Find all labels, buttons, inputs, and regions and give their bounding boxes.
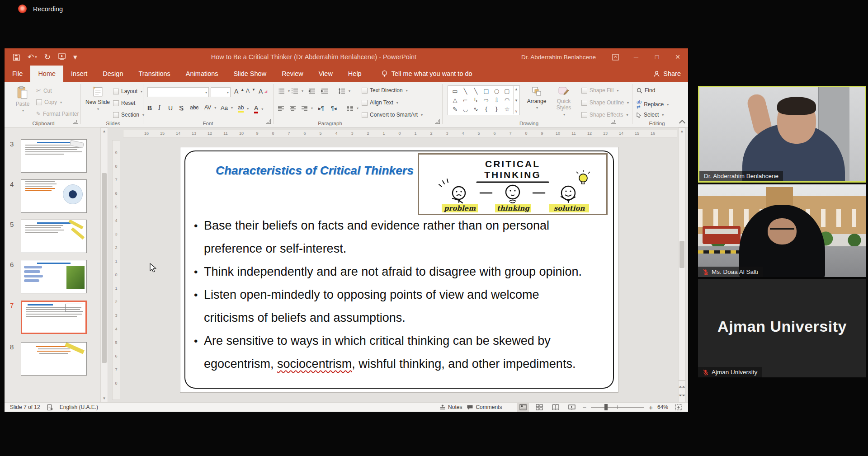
character-spacing-button[interactable]: AV▾ xyxy=(204,104,216,111)
tell-me-box[interactable]: Tell me what you want to do xyxy=(381,66,472,82)
shape-glyph-7[interactable]: ⌐ xyxy=(460,96,471,105)
slide-canvas[interactable]: Characteristics of Critical Thinkers CRI… xyxy=(180,147,618,392)
tab-design[interactable]: Design xyxy=(95,66,131,82)
numbering-button[interactable]: ▾ xyxy=(291,88,303,94)
slide-title[interactable]: Characteristics of Critical Thinkers xyxy=(216,164,414,178)
rtl-direction-button[interactable]: ¶◂ xyxy=(331,105,336,112)
shape-glyph-9[interactable]: ⇨ xyxy=(481,96,491,105)
paragraph-dialog-launcher[interactable] xyxy=(435,119,440,124)
normal-view-button[interactable] xyxy=(517,403,529,412)
slide-thumbnail-5[interactable]: 5 xyxy=(21,220,87,253)
minimize-button[interactable]: ─ xyxy=(626,48,646,66)
tab-transitions[interactable]: Transitions xyxy=(131,66,178,82)
zoom-out-button[interactable]: − xyxy=(582,404,586,411)
decrease-indent-button[interactable] xyxy=(308,88,316,94)
section-button[interactable]: Section▾ xyxy=(113,112,144,118)
shrink-font-button[interactable]: A▼ xyxy=(246,88,255,94)
shape-glyph-3[interactable]: □ xyxy=(481,87,491,96)
collapse-ribbon-icon[interactable] xyxy=(679,120,685,126)
font-size-combobox[interactable]: ▾ xyxy=(211,87,231,97)
undo-icon[interactable]: ↶▾ xyxy=(28,52,37,62)
select-button[interactable]: Select▾ xyxy=(637,112,664,118)
text-shadow-button[interactable]: S xyxy=(179,104,183,112)
text-direction-button[interactable]: Text Direction▾ xyxy=(362,87,408,94)
align-right-button[interactable]: ▾ xyxy=(301,105,313,111)
align-center-button[interactable] xyxy=(289,105,296,111)
shape-glyph-16[interactable]: } xyxy=(491,105,502,114)
strikethrough-button[interactable]: abc xyxy=(190,104,198,111)
ltr-direction-button[interactable]: ▸¶ xyxy=(318,105,324,112)
line-spacing-button[interactable]: ▾ xyxy=(338,88,350,94)
scrollbar-thumb[interactable] xyxy=(102,173,107,363)
shape-glyph-13[interactable]: ◡ xyxy=(460,105,471,114)
scroll-down-icon[interactable]: ▼ xyxy=(101,396,108,400)
font-color-button[interactable]: A▾ xyxy=(254,104,263,113)
thumbnail-scrollbar[interactable]: ▲ ▼ xyxy=(100,127,108,402)
new-slide-button[interactable]: New Slide▾ xyxy=(85,86,110,111)
tab-animations[interactable]: Animations xyxy=(178,66,226,82)
comments-button[interactable]: Comments xyxy=(467,404,502,410)
shape-outline-button[interactable]: Shape Outline▾ xyxy=(581,99,629,106)
account-name[interactable]: Dr. Abderrahim Benlahcene xyxy=(521,54,596,61)
tab-insert[interactable]: Insert xyxy=(63,66,95,82)
slide-thumbnail-4[interactable]: 4 xyxy=(21,179,87,213)
align-left-button[interactable] xyxy=(278,105,284,111)
font-name-combobox[interactable]: ▾ xyxy=(147,87,209,97)
shape-glyph-15[interactable]: { xyxy=(481,105,491,114)
bullets-button[interactable]: ▾ xyxy=(278,88,290,94)
slide-sorter-view-button[interactable] xyxy=(533,403,545,412)
slide-thumbnail-8[interactable]: 8 xyxy=(21,342,87,376)
participant-tile[interactable]: Ajman University Ajman University xyxy=(698,279,866,377)
highlight-color-button[interactable]: ab▾ xyxy=(238,104,249,113)
grow-font-button[interactable]: A▲ xyxy=(234,88,244,95)
scrollbar-thumb[interactable] xyxy=(679,241,684,268)
close-button[interactable]: ✕ xyxy=(667,48,688,66)
copy-button[interactable]: Copy▾ xyxy=(36,99,62,105)
slide-nav-buttons[interactable]: ⏶⏶ ⏷⏷ xyxy=(678,381,686,402)
shape-glyph-5[interactable]: ▢ xyxy=(502,87,512,96)
proofing-errors-icon[interactable] xyxy=(47,404,53,411)
underline-button[interactable]: U xyxy=(168,104,173,112)
shape-glyph-1[interactable]: ╲ xyxy=(460,87,471,96)
slide-thumbnail-7-selected[interactable]: 7 xyxy=(21,301,87,334)
tab-file[interactable]: File xyxy=(5,66,30,82)
previous-slide-icon[interactable]: ⏶⏶ xyxy=(679,385,685,390)
find-button[interactable]: Find xyxy=(637,87,655,94)
fit-slide-to-window-button[interactable] xyxy=(673,403,684,412)
zoom-slider[interactable] xyxy=(591,407,644,408)
zoom-in-button[interactable]: + xyxy=(649,404,653,411)
cut-button[interactable]: ✂Cut xyxy=(36,87,52,94)
replace-button[interactable]: ab⇄Replace▾ xyxy=(637,99,669,109)
participant-tile-speaker[interactable]: Dr. Abderrahim Benlahcene xyxy=(698,86,866,183)
save-icon[interactable] xyxy=(13,53,20,61)
drawing-dialog-launcher[interactable] xyxy=(611,119,616,124)
change-case-button[interactable]: Aa▾ xyxy=(221,104,233,111)
tab-review[interactable]: Review xyxy=(274,66,311,82)
shape-glyph-6[interactable]: △ xyxy=(450,96,460,105)
font-dialog-launcher[interactable] xyxy=(266,119,271,124)
shape-glyph-0[interactable]: ▭ xyxy=(450,87,460,96)
arrange-button[interactable]: Arrange▾ xyxy=(524,86,549,110)
tab-slide-show[interactable]: Slide Show xyxy=(226,66,274,82)
quick-styles-button[interactable]: Quick Styles▾ xyxy=(551,86,577,117)
zoom-slider-thumb[interactable] xyxy=(604,404,608,410)
columns-button[interactable]: ▾ xyxy=(346,105,359,111)
tab-help[interactable]: Help xyxy=(340,66,369,82)
tab-home[interactable]: Home xyxy=(30,66,63,82)
shape-glyph-14[interactable]: ∿ xyxy=(471,105,481,114)
ribbon-display-options-icon[interactable] xyxy=(605,48,626,66)
shapes-gallery-scroll[interactable]: ▲▼⊽ xyxy=(513,86,519,114)
italic-button[interactable]: I xyxy=(158,104,160,112)
scroll-up-icon[interactable]: ▲ xyxy=(101,129,108,133)
shape-glyph-8[interactable]: ↳ xyxy=(471,96,481,105)
align-text-button[interactable]: Align Text▾ xyxy=(362,99,398,106)
paste-button[interactable]: Paste▾ xyxy=(12,86,33,113)
slide-bullet-list[interactable]: Base their beliefs on facts and evidence… xyxy=(193,214,607,376)
shape-glyph-2[interactable]: ╲ xyxy=(471,87,481,96)
shape-fill-button[interactable]: Shape Fill▾ xyxy=(581,87,618,94)
start-slideshow-icon[interactable] xyxy=(58,53,66,61)
language-indicator[interactable]: English (U.A.E.) xyxy=(60,404,98,410)
format-painter-button[interactable]: ✎Format Painter xyxy=(36,111,79,117)
bold-button[interactable]: B xyxy=(147,104,152,112)
convert-smartart-button[interactable]: Convert to SmartArt▾ xyxy=(362,112,423,118)
